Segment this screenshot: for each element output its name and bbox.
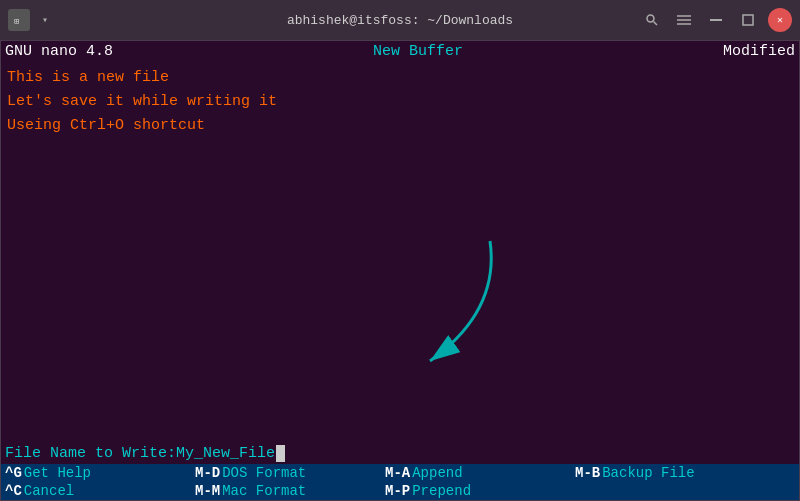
shortcut-item[interactable]: M-A Append (385, 465, 575, 481)
shortcut-desc: Append (412, 465, 462, 481)
svg-point-2 (647, 15, 654, 22)
terminal-wrapper: GNU nano 4.8 New Buffer Modified This is… (0, 40, 800, 501)
shortcut-key: M-M (195, 483, 220, 499)
menu-button[interactable] (672, 8, 696, 32)
shortcut-key: ^C (5, 483, 22, 499)
window-title: abhishek@itsfoss: ~/Downloads (287, 13, 513, 28)
prompt-line: File Name to Write: My_New_File (5, 445, 795, 462)
shortcut-key: ^G (5, 465, 22, 481)
nano-topbar: GNU nano 4.8 New Buffer Modified (1, 41, 799, 62)
close-button[interactable]: ✕ (768, 8, 792, 32)
shortcut-desc: Get Help (24, 465, 91, 481)
dropdown-icon[interactable]: ▾ (36, 11, 54, 29)
shortcut-item[interactable]: M-M Mac Format (195, 483, 385, 499)
svg-text:⊞: ⊞ (14, 16, 19, 26)
titlebar-buttons: ✕ (640, 8, 792, 32)
shortcut-key: M-P (385, 483, 410, 499)
titlebar-left: ⊞ ▾ (8, 9, 54, 31)
shortcut-item[interactable]: ^G Get Help (5, 465, 195, 481)
nano-buffer: New Buffer (373, 43, 463, 60)
shortcut-item[interactable]: ^C Cancel (5, 483, 195, 499)
shortcut-key: M-A (385, 465, 410, 481)
shortcut-item[interactable]: M-B Backup File (575, 465, 765, 481)
svg-rect-8 (743, 15, 753, 25)
shortcut-bar-1: ^G Get HelpM-D DOS FormatM-A AppendM-B B… (1, 464, 799, 482)
shortcut-desc: Backup File (602, 465, 694, 481)
cursor (276, 445, 285, 462)
shortcut-desc: Cancel (24, 483, 74, 499)
maximize-button[interactable] (736, 8, 760, 32)
shortcut-item[interactable]: M-P Prepend (385, 483, 575, 499)
shortcut-bar-2: ^C CancelM-M Mac FormatM-P Prepend (1, 482, 799, 500)
shortcut-item[interactable]: M-D DOS Format (195, 465, 385, 481)
svg-line-3 (654, 22, 658, 26)
editor-content[interactable]: This is a new fileLet's save it while wr… (1, 62, 799, 443)
titlebar: ⊞ ▾ abhishek@itsfoss: ~/Downloads (0, 0, 800, 40)
shortcut-desc: DOS Format (222, 465, 306, 481)
nano-version: GNU nano 4.8 (5, 43, 113, 60)
terminal-icon: ⊞ (8, 9, 30, 31)
prompt-value: My_New_File (176, 445, 275, 462)
shortcut-key: M-B (575, 465, 600, 481)
app-window: ⊞ ▾ abhishek@itsfoss: ~/Downloads (0, 0, 800, 501)
shortcut-desc: Prepend (412, 483, 471, 499)
terminal: GNU nano 4.8 New Buffer Modified This is… (0, 40, 800, 501)
nano-modified: Modified (723, 43, 795, 60)
shortcut-key: M-D (195, 465, 220, 481)
nano-prompt: File Name to Write: My_New_File (1, 443, 799, 464)
prompt-label: File Name to Write: (5, 445, 176, 462)
minimize-button[interactable] (704, 8, 728, 32)
search-button[interactable] (640, 8, 664, 32)
shortcut-desc: Mac Format (222, 483, 306, 499)
